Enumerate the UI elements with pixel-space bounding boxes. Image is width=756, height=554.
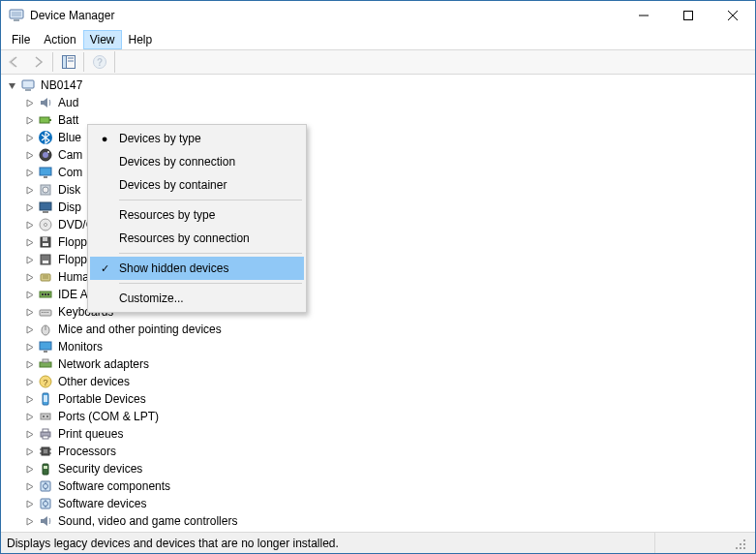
menu-file[interactable]: File	[5, 30, 37, 49]
svg-rect-30	[43, 237, 47, 241]
expand-collapse-icon[interactable]	[24, 272, 35, 283]
statusbar: Displays legacy devices and devices that…	[1, 532, 755, 553]
menu-item-label: Devices by container	[119, 178, 227, 192]
expand-collapse-icon[interactable]	[7, 80, 17, 91]
expand-collapse-icon[interactable]	[24, 202, 35, 213]
view-dropdown: ● Devices by type Devices by connection …	[87, 124, 307, 313]
svg-text:?: ?	[43, 378, 47, 387]
status-cell-2	[654, 533, 732, 553]
sound-icon	[38, 95, 53, 110]
menu-item-label: Show hidden devices	[119, 262, 228, 275]
window-title: Device Manager	[30, 9, 114, 22]
expand-collapse-icon[interactable]	[24, 429, 35, 440]
expand-collapse-icon[interactable]	[24, 237, 35, 248]
svg-rect-2	[14, 19, 19, 21]
back-button[interactable]	[3, 51, 25, 73]
expand-collapse-icon[interactable]	[24, 133, 35, 143]
monitor-icon	[38, 339, 53, 354]
tree-category-node[interactable]: Ports (COM & LPT)	[3, 408, 755, 425]
expand-collapse-icon[interactable]	[24, 394, 35, 405]
expand-collapse-icon[interactable]	[24, 324, 35, 335]
tree-category-node[interactable]: Mice and other pointing devices	[3, 321, 755, 338]
toolbar-right-area	[114, 51, 753, 73]
expand-collapse-icon[interactable]	[24, 412, 35, 422]
tree-category-node[interactable]: Processors	[3, 443, 755, 460]
toolbar: ?	[1, 49, 755, 75]
expand-collapse-icon[interactable]	[24, 115, 35, 126]
expand-collapse-icon[interactable]	[24, 464, 35, 475]
svg-rect-22	[44, 176, 47, 178]
menu-resources-by-connection[interactable]: Resources by connection	[90, 227, 304, 250]
expand-collapse-icon[interactable]	[24, 185, 35, 196]
menu-help[interactable]: Help	[122, 30, 160, 49]
tree-category-node[interactable]: Software components	[3, 477, 755, 495]
close-button[interactable]	[711, 1, 755, 30]
node-label: Blue	[56, 129, 83, 146]
svg-rect-25	[40, 202, 51, 210]
sound-icon	[38, 513, 53, 529]
software-icon	[38, 496, 53, 511]
menu-show-hidden-devices[interactable]: ✓ Show hidden devices	[90, 257, 304, 280]
menu-devices-by-type[interactable]: ● Devices by type	[90, 127, 304, 150]
node-label: Processors	[56, 443, 118, 460]
tree-category-node[interactable]: Print queues	[3, 425, 755, 443]
svg-rect-63	[44, 449, 47, 453]
expand-collapse-icon[interactable]	[24, 98, 35, 108]
expand-collapse-icon[interactable]	[24, 255, 35, 265]
expand-collapse-icon[interactable]	[24, 220, 35, 231]
menu-devices-by-container[interactable]: Devices by container	[90, 173, 304, 197]
security-icon	[38, 461, 53, 477]
svg-rect-39	[45, 293, 46, 295]
svg-rect-16	[49, 119, 51, 121]
node-label: Security devices	[56, 460, 144, 477]
menu-resources-by-type[interactable]: Resources by type	[90, 203, 304, 227]
svg-rect-45	[47, 312, 48, 313]
expand-collapse-icon[interactable]	[24, 446, 35, 457]
help-button[interactable]: ?	[88, 51, 110, 73]
minimize-button[interactable]	[621, 1, 666, 30]
expand-collapse-icon[interactable]	[24, 150, 35, 161]
svg-text:?: ?	[96, 57, 102, 68]
menu-separator	[119, 200, 302, 200]
tree-root-node[interactable]: NB0147	[3, 77, 755, 94]
maximize-button[interactable]	[666, 1, 711, 30]
svg-rect-69	[44, 466, 47, 469]
tree-category-node[interactable]: Monitors	[3, 338, 755, 355]
svg-rect-42	[42, 312, 43, 313]
svg-rect-31	[43, 243, 48, 246]
svg-point-28	[45, 224, 47, 227]
hid-icon	[38, 269, 53, 285]
expand-collapse-icon[interactable]	[24, 307, 35, 318]
expand-collapse-icon[interactable]	[24, 359, 35, 370]
svg-rect-55	[44, 395, 47, 402]
tree-category-node[interactable]: Software devices	[3, 495, 755, 512]
resize-grip[interactable]	[732, 533, 749, 553]
expand-collapse-icon[interactable]	[24, 516, 35, 527]
expand-collapse-icon[interactable]	[24, 342, 35, 353]
network-icon	[38, 356, 53, 372]
node-label: Ports (COM & LPT)	[56, 408, 161, 425]
menu-view[interactable]: View	[83, 30, 122, 49]
forward-button[interactable]	[26, 51, 48, 73]
menu-action[interactable]: Action	[37, 30, 82, 49]
expand-collapse-icon[interactable]	[24, 499, 35, 509]
titlebar: Device Manager	[1, 1, 755, 30]
svg-rect-79	[740, 547, 741, 549]
printer-icon	[38, 426, 53, 442]
menu-item-label: Resources by connection	[119, 231, 250, 245]
menubar: File Action View Help	[1, 30, 755, 49]
expand-collapse-icon[interactable]	[24, 168, 35, 178]
tree-category-node[interactable]: Aud	[3, 94, 755, 111]
tree-category-node[interactable]: Portable Devices	[3, 390, 755, 408]
expand-collapse-icon[interactable]	[24, 290, 35, 300]
tree-category-node[interactable]: Sound, video and game controllers	[3, 512, 755, 530]
show-hide-tree-button[interactable]	[57, 51, 79, 73]
expand-collapse-icon[interactable]	[24, 481, 35, 492]
tree-category-node[interactable]: Network adapters	[3, 355, 755, 373]
menu-devices-by-connection[interactable]: Devices by connection	[90, 150, 304, 173]
expand-collapse-icon[interactable]	[24, 377, 35, 387]
menu-customize[interactable]: Customize...	[90, 287, 304, 310]
menu-item-label: Devices by connection	[119, 155, 235, 169]
tree-category-node[interactable]: ?Other devices	[3, 373, 755, 390]
tree-category-node[interactable]: Security devices	[3, 460, 755, 477]
